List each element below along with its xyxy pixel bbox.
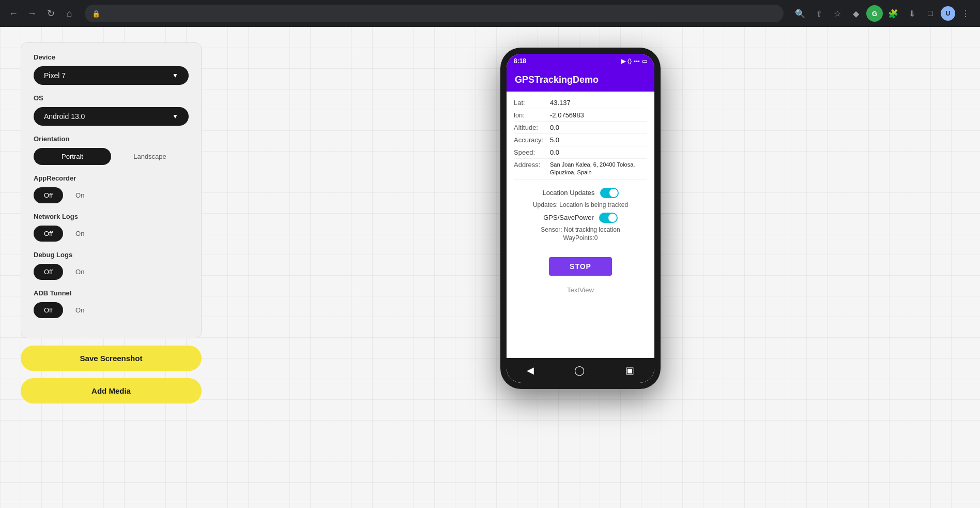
- lat-label: Lat:: [514, 99, 550, 107]
- browser-actions: 🔍 ⇧ ☆ ◆ G 🧩 ⇓ □ U ⋮: [792, 5, 974, 22]
- altitude-value: 0.0: [550, 124, 559, 131]
- location-updates-row: Location Updates: [514, 188, 647, 198]
- toggle-section: Location Updates Updates: Location is be…: [514, 180, 647, 250]
- landscape-button[interactable]: Landscape: [111, 148, 189, 165]
- apprecorder-toggle: Off On: [34, 187, 189, 203]
- phone-screen[interactable]: 8:18 ▶ 〈〉 ▪▪▪ ▭ GPSTrackingDemo Lat:: [507, 54, 654, 383]
- apprecorder-section: AppRecorder Off On: [34, 174, 189, 203]
- adbtunnel-on-button[interactable]: On: [65, 302, 95, 318]
- gps-savepower-label: GPS/SavePower: [543, 214, 594, 221]
- os-select-arrow: ▼: [172, 113, 178, 120]
- speed-row: Speed: 0.0: [514, 146, 647, 159]
- orientation-section: Orientation Portrait Landscape: [34, 135, 189, 165]
- os-select-wrapper[interactable]: Android 13.0 ▼: [34, 107, 189, 126]
- profile-icon[interactable]: G: [866, 5, 883, 22]
- device-select-wrapper[interactable]: Pixel 7 ▼: [34, 66, 189, 85]
- orientation-label: Orientation: [34, 135, 189, 143]
- left-panel: Device Pixel 7 ▼ OS Android 13.0 ▼: [21, 42, 202, 404]
- phone-frame: 8:18 ▶ 〈〉 ▪▪▪ ▭ GPSTrackingDemo Lat:: [500, 48, 661, 389]
- debuglogs-section: Debug Logs Off On: [34, 251, 189, 280]
- waypoints-label: WayPoints:0: [563, 234, 598, 242]
- url-input[interactable]: appetize.io/app/a5oqonyw2dfmrtlkdfkewsil…: [104, 9, 776, 18]
- networklogs-on-button[interactable]: On: [65, 226, 95, 242]
- home-button[interactable]: ⌂: [62, 6, 76, 21]
- networklogs-section: Network Logs Off On: [34, 213, 189, 242]
- os-section: OS Android 13.0 ▼: [34, 94, 189, 126]
- refresh-button[interactable]: ↻: [43, 6, 58, 21]
- lon-row: lon: -2.0756983: [514, 109, 647, 122]
- address-bar[interactable]: 🔒 appetize.io/app/a5oqonyw2dfmrtlkdfkews…: [85, 5, 784, 22]
- search-icon[interactable]: 🔍: [792, 5, 808, 22]
- apprecorder-off-button[interactable]: Off: [34, 187, 63, 203]
- menu-icon[interactable]: ⋮: [957, 5, 974, 22]
- sensor-value: Not tracking location: [564, 226, 620, 233]
- updates-label: Updates:: [533, 201, 558, 208]
- location-icon: ▶: [621, 58, 625, 65]
- networklogs-toggle: Off On: [34, 226, 189, 242]
- forward-button[interactable]: →: [25, 6, 39, 21]
- updates-value: Location is being tracked: [559, 201, 628, 208]
- signal-icon: ▪▪▪: [634, 58, 640, 64]
- lat-value: 43.137: [550, 99, 571, 107]
- os-select[interactable]: Android 13.0: [44, 112, 172, 121]
- altitude-label: Altitude:: [514, 124, 550, 131]
- accuracy-value: 5.0: [550, 136, 559, 144]
- extension-icon[interactable]: ◆: [848, 5, 864, 22]
- portrait-button[interactable]: Portrait: [34, 148, 111, 165]
- networklogs-label: Network Logs: [34, 213, 189, 220]
- device-label: Device: [34, 53, 189, 61]
- adbtunnel-label: ADB Tunnel: [34, 289, 189, 297]
- device-select[interactable]: Pixel 7: [44, 71, 172, 80]
- status-icons: ▶ 〈〉 ▪▪▪ ▭: [621, 58, 647, 65]
- add-media-button[interactable]: Add Media: [21, 378, 202, 404]
- phone-area: 8:18 ▶ 〈〉 ▪▪▪ ▭ GPSTrackingDemo Lat:: [202, 42, 959, 389]
- wifi-icon: 〈〉: [627, 58, 632, 65]
- gps-savepower-toggle[interactable]: [599, 213, 618, 223]
- address-value: San Joan Kalea, 6, 20400 Tolosa, Gipuzko…: [550, 161, 647, 177]
- device-section: Device Pixel 7 ▼: [34, 53, 189, 85]
- download-icon[interactable]: ⇓: [904, 5, 920, 22]
- settings-panel: Device Pixel 7 ▼ OS Android 13.0 ▼: [21, 42, 202, 338]
- bookmark-icon[interactable]: ☆: [829, 5, 846, 22]
- phone-nav-bar: ◀ ◯ ▣: [507, 358, 654, 383]
- lon-label: lon:: [514, 111, 550, 119]
- altitude-row: Altitude: 0.0: [514, 122, 647, 134]
- battery-icon: ▭: [642, 58, 647, 65]
- avatar[interactable]: U: [941, 6, 955, 21]
- lock-icon: 🔒: [92, 10, 100, 18]
- stop-button[interactable]: STOP: [549, 257, 612, 276]
- debuglogs-label: Debug Logs: [34, 251, 189, 259]
- home-nav-icon[interactable]: ◯: [574, 365, 585, 376]
- back-nav-icon[interactable]: ◀: [527, 365, 534, 376]
- adbtunnel-off-button[interactable]: Off: [34, 302, 63, 318]
- share-icon[interactable]: ⇧: [810, 5, 827, 22]
- networklogs-off-button[interactable]: Off: [34, 226, 63, 242]
- address-row: Address: San Joan Kalea, 6, 20400 Tolosa…: [514, 159, 647, 180]
- save-screenshot-button[interactable]: Save Screenshot: [21, 346, 202, 371]
- apprecorder-label: AppRecorder: [34, 174, 189, 182]
- adbtunnel-toggle: Off On: [34, 302, 189, 318]
- recents-nav-icon[interactable]: ▣: [625, 365, 634, 376]
- lat-row: Lat: 43.137: [514, 97, 647, 109]
- accuracy-label: Accuracy:: [514, 136, 550, 144]
- app-content[interactable]: Lat: 43.137 lon: -2.0756983 Altitude: 0.…: [507, 92, 654, 358]
- speed-value: 0.0: [550, 148, 559, 156]
- adbtunnel-section: ADB Tunnel Off On: [34, 289, 189, 318]
- speed-label: Speed:: [514, 148, 550, 156]
- accuracy-row: Accuracy: 5.0: [514, 134, 647, 146]
- address-label: Address:: [514, 161, 550, 169]
- debuglogs-on-button[interactable]: On: [65, 264, 95, 280]
- back-button[interactable]: ←: [6, 6, 21, 21]
- sensor-label: Sensor:: [541, 226, 562, 233]
- debuglogs-toggle: Off On: [34, 264, 189, 280]
- orientation-buttons: Portrait Landscape: [34, 148, 189, 165]
- lon-value: -2.0756983: [550, 111, 584, 119]
- window-icon[interactable]: □: [922, 5, 939, 22]
- debuglogs-off-button[interactable]: Off: [34, 264, 63, 280]
- device-select-arrow: ▼: [172, 72, 178, 79]
- apprecorder-on-button[interactable]: On: [65, 187, 95, 203]
- puzzle-icon[interactable]: 🧩: [885, 5, 901, 22]
- app-bar: GPSTrackingDemo: [507, 68, 654, 92]
- location-updates-label: Location Updates: [542, 189, 594, 197]
- location-updates-toggle[interactable]: [600, 188, 619, 198]
